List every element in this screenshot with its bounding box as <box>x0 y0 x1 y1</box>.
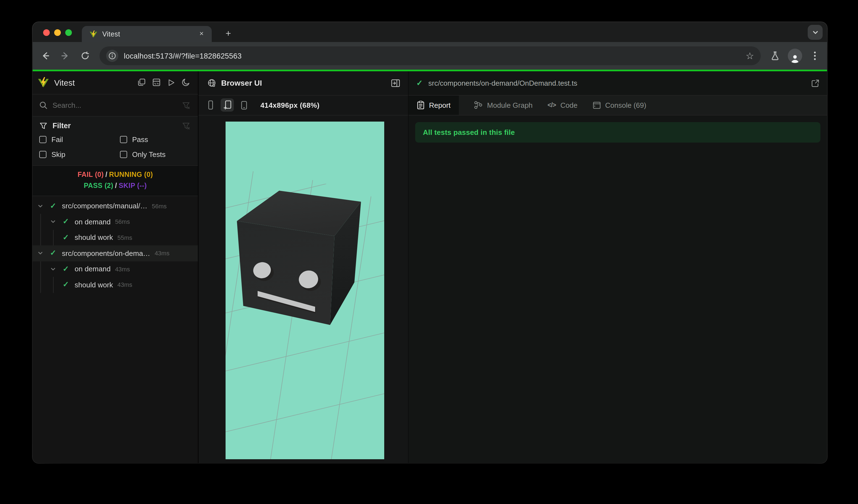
check-icon: ✓ <box>62 218 70 226</box>
bookmark-star-icon[interactable]: ☆ <box>746 51 754 61</box>
test-case-row[interactable]: ✓ should work 43ms <box>33 277 198 293</box>
minimize-window-button[interactable] <box>54 29 61 36</box>
report-panel: ✓ src/components/on-demand/OnDemand.test… <box>409 71 827 463</box>
url-bar[interactable]: localhost:5173/#/?file=1828625563 ☆ <box>99 46 761 65</box>
profile-button[interactable] <box>786 47 804 65</box>
device-tablet-button[interactable] <box>237 98 251 112</box>
test-case-row[interactable]: ✓ should work 55ms <box>33 230 198 245</box>
search-row <box>33 94 198 116</box>
browser-tab[interactable]: Vitest × <box>82 26 212 42</box>
app-title: Vitest <box>54 78 137 87</box>
filter-section: Filter Fail Pass Skip Only Tests <box>33 116 198 165</box>
check-icon: ✓ <box>49 249 57 257</box>
tab-title: Vitest <box>102 30 197 38</box>
tab-report[interactable]: Report <box>409 95 459 115</box>
close-window-button[interactable] <box>43 29 50 36</box>
dashboard-icon[interactable] <box>152 78 161 87</box>
chevron-down-icon[interactable] <box>49 218 57 226</box>
panel-title: Browser UI <box>221 79 391 87</box>
duration: 43ms <box>115 266 130 273</box>
device-phone-small-button[interactable] <box>204 98 217 112</box>
search-input[interactable] <box>52 101 182 109</box>
filter-checkbox-skip[interactable]: Skip <box>39 150 120 158</box>
back-button[interactable] <box>36 46 55 65</box>
test-suite-row[interactable]: ✓ on demand 56ms <box>33 214 198 230</box>
zoom-window-button[interactable] <box>65 29 72 36</box>
browser-menu-button[interactable] <box>806 47 824 65</box>
phone-plus-icon <box>223 100 232 110</box>
back-arrow-icon <box>41 51 50 61</box>
url-text[interactable]: localhost:5173/#/?file=1828625563 <box>124 52 746 60</box>
reload-icon <box>80 51 90 61</box>
phone-narrow-icon <box>207 100 214 110</box>
collapse-windows-icon[interactable] <box>137 78 146 87</box>
clear-filter-icon[interactable] <box>182 101 190 109</box>
browser-toolbar: localhost:5173/#/?file=1828625563 ☆ <box>33 42 827 70</box>
test-render-viewport[interactable] <box>225 121 384 459</box>
desktop: Vitest × + localhost:5173/# <box>0 0 858 504</box>
duration: 56ms <box>115 218 130 225</box>
device-phone-plus-button[interactable] <box>221 98 234 112</box>
clear-filter-icon[interactable] <box>182 121 190 130</box>
tab-code[interactable]: </> Code <box>547 95 577 115</box>
chevron-down-icon[interactable] <box>36 249 44 257</box>
chevron-down-icon[interactable] <box>36 202 44 210</box>
run-all-icon[interactable] <box>167 78 175 86</box>
tab-console[interactable]: Console (69) <box>592 95 646 115</box>
open-panel-right-icon[interactable] <box>391 79 400 87</box>
person-icon <box>790 54 800 63</box>
checkbox[interactable] <box>120 151 127 158</box>
checkbox[interactable] <box>39 151 46 158</box>
dark-mode-moon-icon[interactable] <box>181 78 190 87</box>
duration: 56ms <box>152 203 167 209</box>
test-tree: ✓ src/components/manual/… 56ms ✓ on dema… <box>33 196 198 293</box>
checkbox[interactable] <box>39 136 46 143</box>
forward-button[interactable] <box>56 46 75 65</box>
module-graph-icon <box>474 101 483 110</box>
experiments-button[interactable] <box>766 47 784 65</box>
test-suite-row[interactable]: ✓ on demand 43ms <box>33 261 198 277</box>
device-toolbar: 414x896px (68%) <box>198 95 408 115</box>
running-count: RUNNING (0) <box>109 170 153 178</box>
reload-button[interactable] <box>76 46 95 65</box>
new-tab-button[interactable]: + <box>221 26 236 42</box>
test-file-row-selected[interactable]: ✓ src/components/on-dema… 43ms <box>33 245 198 261</box>
duration: 43ms <box>117 281 132 288</box>
viewport-dimensions: 414x896px (68%) <box>260 101 320 109</box>
report-tab-bar: Report Module Graph </> Code Console (69… <box>409 95 827 115</box>
all-tests-passed-banner: All tests passed in this file <box>415 122 821 142</box>
info-icon <box>108 52 116 60</box>
rendered-3d-scene <box>225 121 384 459</box>
fail-count: FAIL (0) <box>78 170 104 178</box>
filter-checkbox-only-tests[interactable]: Only Tests <box>120 150 190 158</box>
browser-window: Vitest × + localhost:5173/# <box>33 22 827 463</box>
duration: 55ms <box>117 234 132 241</box>
site-info-button[interactable] <box>106 50 118 62</box>
flask-icon <box>770 51 780 61</box>
sidebar-header: Vitest <box>33 71 198 94</box>
tab-close-icon[interactable]: × <box>197 29 206 39</box>
file-path-header: ✓ src/components/on-demand/OnDemand.test… <box>409 71 827 95</box>
tab-strip: Vitest × + <box>33 22 827 42</box>
check-icon: ✓ <box>62 265 70 273</box>
tab-search-button[interactable] <box>808 25 823 40</box>
filter-checkbox-fail[interactable]: Fail <box>39 135 120 143</box>
open-external-icon[interactable] <box>811 79 819 87</box>
filter-checkbox-pass[interactable]: Pass <box>120 135 190 143</box>
code-icon: </> <box>547 102 556 108</box>
checkbox[interactable] <box>120 136 127 143</box>
robot-cube <box>237 190 361 325</box>
check-icon: ✓ <box>62 281 70 289</box>
app-content: Vitest Filter <box>33 71 827 463</box>
forward-arrow-icon <box>60 51 70 61</box>
test-file-row[interactable]: ✓ src/components/manual/… 56ms <box>33 198 198 214</box>
tab-module-graph[interactable]: Module Graph <box>474 95 533 115</box>
chevron-down-icon <box>812 29 819 36</box>
kebab-menu-icon <box>814 51 816 60</box>
chevron-down-icon[interactable] <box>49 265 57 273</box>
search-icon <box>39 101 48 109</box>
clipboard-icon <box>417 101 425 110</box>
file-path: src/components/on-demand/OnDemand.test.t… <box>428 79 811 87</box>
globe-icon <box>207 79 216 87</box>
filter-title: Filter <box>52 121 182 130</box>
